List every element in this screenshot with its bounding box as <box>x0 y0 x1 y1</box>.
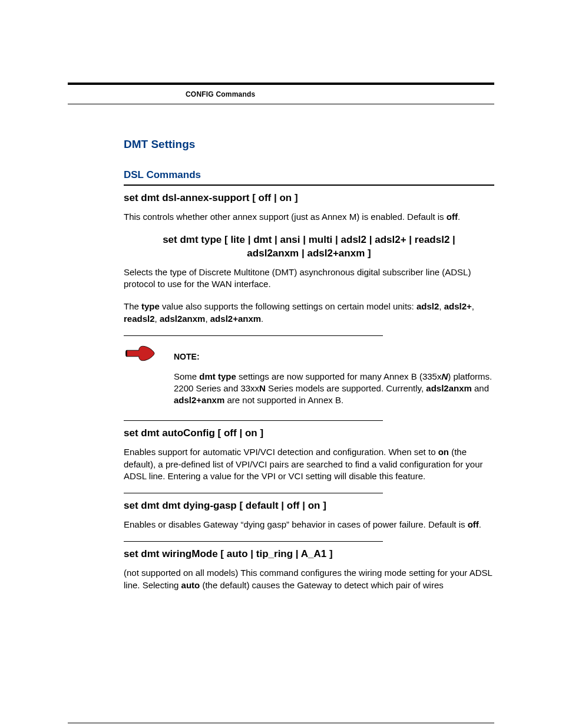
text: value also supports the following settin… <box>160 301 416 311</box>
paragraph: (not supported on all models) This comma… <box>124 567 494 591</box>
cmd-heading: set dmt wiringMode [ auto | tip_ring | A… <box>124 548 494 561</box>
text: , <box>205 314 210 324</box>
page-inner: CONFIG Commands DMT Settings DSL Command… <box>68 83 494 591</box>
bold-text: adsl2+anxm <box>174 395 224 405</box>
bold-text: on <box>438 447 449 457</box>
note-icon-col <box>124 342 174 417</box>
page: CONFIG Commands DMT Settings DSL Command… <box>0 83 562 728</box>
note-paragraph: Some dmt type settings are now supported… <box>174 371 494 407</box>
note-body: NOTE: Some dmt type settings are now sup… <box>174 342 494 417</box>
rule <box>124 493 383 493</box>
note-rule-top <box>124 335 383 336</box>
text: Enables or disables Gateway “dying gasp”… <box>124 519 468 529</box>
rule <box>124 185 494 186</box>
header-title: CONFIG Commands <box>186 90 255 99</box>
bold-text: adsl2 <box>416 301 439 311</box>
bold-text: adsl2+ <box>444 301 472 311</box>
bold-text: auto <box>181 580 200 590</box>
bold-text: adsl2anxm <box>160 314 206 324</box>
text: . <box>458 212 460 222</box>
text: are not supported in Annex B. <box>224 395 343 405</box>
bold-text: off <box>468 519 479 529</box>
cmd-heading: set dmt autoConfig [ off | on ] <box>124 427 494 440</box>
content: DMT Settings DSL Commands set dmt dsl-an… <box>124 137 494 591</box>
pointer-hand-icon <box>124 343 156 364</box>
bold-text: readsl2 <box>124 314 155 324</box>
bold-text: type <box>141 301 160 311</box>
section-title: DMT Settings <box>124 137 494 152</box>
text: , <box>472 301 474 311</box>
bold-text: adsl2+anxm <box>210 314 261 324</box>
text: (the default) causes the Gateway to dete… <box>200 580 444 590</box>
paragraph: The type value also supports the followi… <box>124 301 494 325</box>
text: Enables support for automatic VPI/VCI de… <box>124 447 438 457</box>
bold-italic-text: N <box>441 371 448 381</box>
text: Series models are supported. Currently, <box>266 383 426 393</box>
bold-text: N <box>259 383 266 393</box>
text: . <box>261 314 263 324</box>
cmd-heading: set dmt type [ lite | dmt | ansi | multi… <box>124 233 494 261</box>
top-rule-thin <box>68 104 494 104</box>
bold-text: off <box>447 212 458 222</box>
paragraph: Enables support for automatic VPI/VCI de… <box>124 446 494 482</box>
text: Some <box>174 371 199 381</box>
text: , <box>155 314 160 324</box>
text: and <box>472 383 489 393</box>
paragraph: Enables or disables Gateway “dying gasp”… <box>124 519 494 531</box>
note-rule-bottom <box>124 420 383 421</box>
rule <box>124 541 383 542</box>
text: This controls whether other annex suppor… <box>124 212 447 222</box>
note-block: NOTE: Some dmt type settings are now sup… <box>124 342 494 417</box>
bold-text: adsl2anxm <box>426 383 472 393</box>
paragraph: This controls whether other annex suppor… <box>124 211 494 223</box>
note-label: NOTE: <box>174 351 494 363</box>
section-subtitle: DSL Commands <box>124 169 494 182</box>
header-row: CONFIG Commands <box>68 85 494 104</box>
bold-text: dmt type <box>199 371 236 381</box>
bottom-rule <box>68 723 494 723</box>
text: , <box>439 301 444 311</box>
cmd-heading-line1: set dmt type [ lite | dmt | ansi | multi… <box>124 233 494 247</box>
cmd-heading-line2: adsl2anxm | adsl2+anxm ] <box>124 247 494 261</box>
cmd-heading: set dmt dmt dying-gasp [ default | off |… <box>124 499 494 513</box>
cmd-heading: set dmt dsl-annex-support [ off | on ] <box>124 192 494 205</box>
text: . <box>479 519 481 529</box>
text: The <box>124 301 141 311</box>
text: settings are now supported for many Anne… <box>236 371 442 381</box>
paragraph: Selects the type of Discrete Multitone (… <box>124 266 494 291</box>
